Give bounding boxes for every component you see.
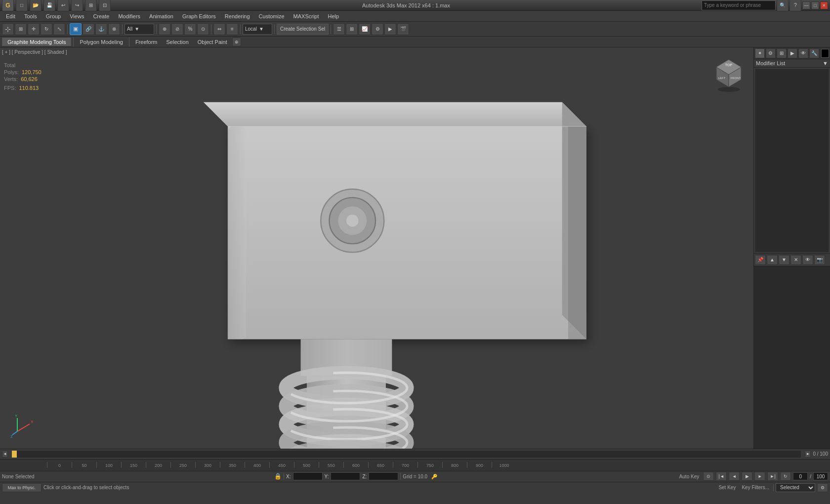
save-btn[interactable]: 💾 [43,0,55,11]
nav-cube[interactable]: TOP LEFT FRONT [714,57,744,92]
object-paint-section[interactable]: Object Paint [194,38,231,46]
hierarchy-panel-btn[interactable]: ⊞ [777,48,787,58]
menu-customize[interactable]: Customize [255,12,289,20]
menu-help[interactable]: Help [324,12,343,20]
bind-btn[interactable]: ⊗ [108,23,120,35]
link-btn[interactable]: 🔗 [83,23,94,35]
rotate-btn[interactable]: ↻ [41,23,52,35]
svg-text:FRONT: FRONT [731,77,741,80]
timeline-prev-btn[interactable]: ◄ [2,451,8,458]
z-coord-input[interactable] [369,472,398,480]
selection-section[interactable]: Selection [163,38,193,46]
select-region-btn[interactable]: ⊞ [15,23,27,35]
select-active-btn[interactable]: ▣ [70,23,82,35]
selected-dropdown[interactable]: Selected [776,483,815,492]
current-frame-input[interactable] [793,472,808,480]
scale-btn[interactable]: ⤡ [53,23,65,35]
percent-snap[interactable]: % [184,23,196,35]
key-filters-label[interactable]: Key Filters... [740,485,771,490]
refcoord-dropdown[interactable]: Local ▼ [243,24,272,35]
redo-btn[interactable]: ↪ [71,0,83,11]
viewport[interactable]: [ + ] [ Perspective ] [ Shaded ] Total P… [0,47,753,449]
move-btn[interactable]: ✛ [28,23,40,35]
timeline-next-btn[interactable]: ► [805,451,811,458]
move-up-btn[interactable]: ▲ [767,255,778,265]
snap-toggle[interactable]: ⊕ [159,23,170,35]
menu-views[interactable]: Views [66,12,88,20]
render-frame-btn[interactable]: ▶ [384,23,396,35]
search-input[interactable] [702,0,776,10]
search-icon[interactable]: 🔍 [777,0,788,11]
play-next-btn[interactable]: ►| [767,472,778,481]
unlink-btn[interactable]: ⚓ [95,23,107,35]
more-options-btn[interactable]: ⊕ [232,38,241,46]
lock-icon[interactable]: 🔒 [274,473,282,480]
timeline-slider[interactable] [12,451,801,458]
create-selection-btn[interactable]: Create Selection Sel [277,24,329,35]
spinner-snap[interactable]: ⊙ [197,23,209,35]
next-frame-btn[interactable]: ► [754,472,765,481]
modifier-list-header: Modifier List ▼ [754,59,830,68]
filter-dropdown[interactable]: All ▼ [124,24,154,35]
undo-btn[interactable]: ↩ [57,0,69,11]
render-setup-btn[interactable]: ⚙ [372,23,383,35]
freeform-section[interactable]: Freeform [131,38,162,46]
menu-group[interactable]: Group [42,12,65,20]
prev-frame-btn[interactable]: ◄ [729,472,740,481]
toolbar-btn1[interactable]: ⊞ [85,0,97,11]
app-logo[interactable]: G [2,0,14,11]
delete-btn[interactable]: ✕ [790,255,801,265]
menu-animation[interactable]: Animation [145,12,177,20]
menu-tools[interactable]: Tools [20,12,41,20]
select-btn[interactable]: ⊹ [2,23,14,35]
move-down-btn[interactable]: ▼ [779,255,789,265]
menu-graph-editors[interactable]: Graph Editors [178,12,220,20]
new-btn[interactable]: □ [16,0,28,11]
open-btn[interactable]: 📂 [30,0,42,11]
loop-btn[interactable]: ↻ [780,472,791,481]
end-frame-input[interactable] [813,472,828,480]
menu-maxscript[interactable]: MAXScript [290,12,323,20]
mirror-btn[interactable]: ⇔ [213,23,225,35]
menu-rendering[interactable]: Rendering [221,12,254,20]
motion-panel-btn[interactable]: ▶ [788,48,797,58]
pin-btn[interactable]: 📌 [755,255,766,265]
verts-label: Verts: [4,76,18,82]
utilities-panel-btn[interactable]: 🔧 [809,48,819,58]
align-btn[interactable]: ≡ [226,23,238,35]
auto-key-btn[interactable]: ⊙ [703,472,714,481]
toolbar-btn2[interactable]: ⊡ [99,0,111,11]
y-coord-input[interactable] [331,472,360,480]
menu-bar: Edit Tools Group Views Create Modifiers … [0,11,830,22]
modifier-list-dropdown-icon[interactable]: ▼ [823,60,828,66]
render-btn[interactable]: 🎬 [397,23,409,35]
play-btn[interactable]: ▶ [742,472,752,481]
create-panel-btn[interactable]: ✦ [755,48,765,58]
angle-snap[interactable]: ⊘ [171,23,183,35]
curve-editor-btn[interactable]: 📈 [359,23,371,35]
x-coord-input[interactable] [293,472,323,480]
ribbon-btn[interactable]: ⊞ [346,23,358,35]
ruler-mark-50: 50 [72,462,96,468]
polygon-modeling-tab[interactable]: Polygon Modeling [76,38,126,46]
screenshot-btn[interactable]: 📷 [814,255,825,265]
modify-panel-btn[interactable]: ⚙ [766,48,776,58]
svg-point-12 [286,446,407,449]
menu-create[interactable]: Create [89,12,113,20]
menu-edit[interactable]: Edit [2,12,19,20]
ruler-mark-150: 150 [121,462,146,468]
graphite-tools-tab[interactable]: Graphite Modeling Tools [2,38,71,46]
minimize-button[interactable]: — [802,1,810,9]
maximize-button[interactable]: □ [811,1,819,9]
color-swatch[interactable] [821,49,829,58]
display-panel-btn[interactable]: 👁 [798,48,808,58]
max-physc-btn[interactable]: Max to Physc. [2,483,42,492]
menu-modifiers[interactable]: Modifiers [114,12,144,20]
time-config-btn[interactable]: ⚙ [817,483,828,492]
svg-text:Y: Y [15,414,18,418]
help-btn[interactable]: ? [789,0,801,11]
play-prev-btn[interactable]: |◄ [716,472,727,481]
close-button[interactable]: ✕ [820,1,828,9]
layer-btn[interactable]: ☰ [333,23,345,35]
toggle-btn[interactable]: 👁 [802,255,813,265]
